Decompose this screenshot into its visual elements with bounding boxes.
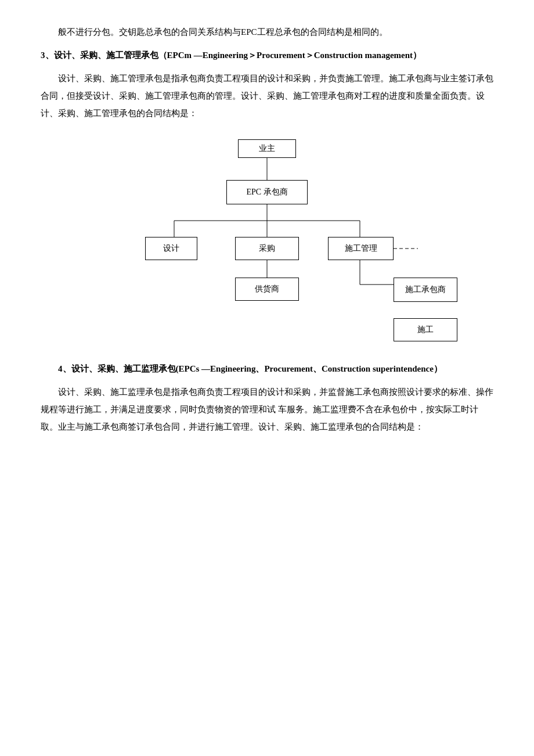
section3-heading: 3、设计、采购、施工管理承包（EPCm —Engineering＞Procure… xyxy=(41,46,493,64)
construction-box: 施工 xyxy=(394,318,457,341)
design-box: 设计 xyxy=(145,237,197,260)
section3-paragraph1: 设计、采购、施工管理承包是指承包商负责工程项目的设计和采购，并负责施工管理。施工… xyxy=(41,70,493,122)
org-chart: 业主 EPC 承包商 设计 采购 施工管理 供货商 施工承包商 施工 xyxy=(116,134,418,348)
epc-box: EPC 承包商 xyxy=(226,180,308,204)
section4-heading: 4、设计、采购、施工监理承包(EPCs —Engineering、Procure… xyxy=(41,360,493,377)
intro-paragraph: 般不进行分包。交钥匙总承包的合同关系结构与EPC工程总承包的合同结构是相同的。 xyxy=(41,23,493,41)
owner-box: 业主 xyxy=(238,139,296,158)
section4-paragraph1: 设计、采购、施工监理承包是指承包商负责工程项目的设计和采购，并监督施工承包商按照… xyxy=(41,383,493,435)
supplier-box: 供货商 xyxy=(235,278,299,301)
diagram-section3: 业主 EPC 承包商 设计 采购 施工管理 供货商 施工承包商 施工 xyxy=(41,134,493,348)
construction-mgmt-box: 施工管理 xyxy=(328,237,394,260)
procurement-box: 采购 xyxy=(235,237,299,260)
construction-contractor-box: 施工承包商 xyxy=(394,278,457,302)
